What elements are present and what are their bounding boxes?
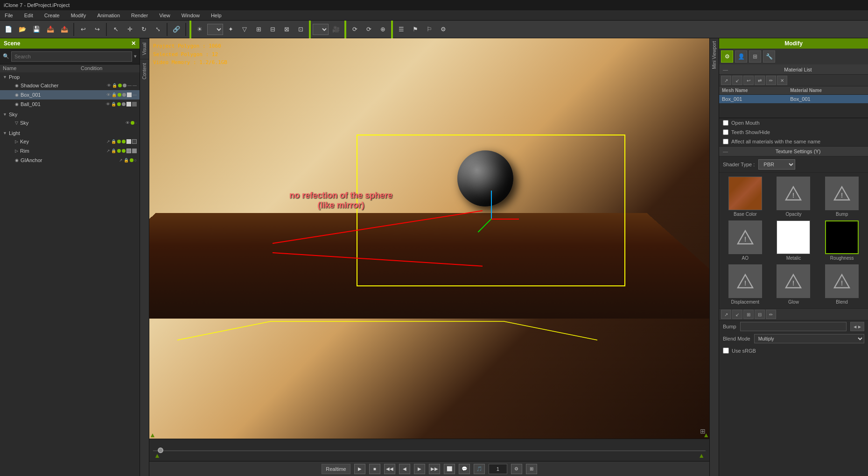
lights-btn[interactable]: ✦ <box>224 23 237 36</box>
tex-tool-3[interactable]: ⊞ <box>743 310 754 319</box>
displacement-thumbnail[interactable]: ! <box>728 264 762 298</box>
ao-thumbnail[interactable]: ! <box>728 220 762 254</box>
tree-group-prop-header[interactable]: ▼ Prop <box>0 73 140 81</box>
blend-mode-dropdown[interactable]: Multiply Normal Add <box>754 334 864 343</box>
mat-tool-export[interactable]: ↗ <box>721 76 731 85</box>
visual-tab[interactable]: Visual <box>140 38 149 59</box>
camera-record[interactable]: 🎥 <box>329 23 343 36</box>
open-button[interactable]: 📂 <box>16 23 29 36</box>
step-next-button[interactable]: ▶ <box>414 464 425 474</box>
modify-tab-gear2[interactable]: 🔧 <box>763 50 775 63</box>
tex-tool-2[interactable]: ↙ <box>732 310 742 319</box>
next-button[interactable]: ▶▶ <box>429 464 440 474</box>
material-btn[interactable]: ▽ <box>238 23 251 36</box>
mat-tool-delete[interactable]: ✕ <box>777 76 787 85</box>
loop-button[interactable]: ⬜ <box>444 464 455 474</box>
tree-group-sky-header[interactable]: ▼ Sky <box>0 111 140 118</box>
menu-edit[interactable]: Edit <box>21 12 36 19</box>
menu-animation[interactable]: Animation <box>94 12 123 19</box>
shader-type-dropdown[interactable]: PBR Standard <box>758 159 795 170</box>
mat-row-box001[interactable]: Box_001 Box_001 <box>719 95 868 104</box>
audio-button[interactable]: 🎵 <box>474 464 485 474</box>
tool-btn1[interactable]: ☰ <box>395 23 408 36</box>
tool-btn4[interactable]: ⚙ <box>437 23 450 36</box>
mat-tool-reload[interactable]: ↩ <box>743 76 754 85</box>
tree-item-gianchor[interactable]: ◉ GIAnchor ↗ 🔒 ○ <box>0 156 140 165</box>
base-color-thumbnail[interactable] <box>728 177 762 210</box>
stop-button[interactable]: ■ <box>369 464 380 474</box>
timeline-track[interactable]: ▲ ▲ <box>149 439 709 461</box>
save-button[interactable]: 💾 <box>30 23 43 36</box>
tree-item-ball001[interactable]: ◉ Ball_001 👁 🔒 <box>0 99 140 109</box>
texture-settings-collapse[interactable]: — <box>723 149 728 154</box>
tex-tool-4[interactable]: ⊟ <box>755 310 765 319</box>
modify-tab-settings[interactable]: ⚙ <box>721 50 733 63</box>
select-button[interactable]: ↖ <box>109 23 122 36</box>
tool-btn3[interactable]: ⚐ <box>423 23 436 36</box>
search-input[interactable] <box>11 51 132 62</box>
material-list-collapse[interactable]: — <box>723 67 728 72</box>
mat-tool-copy[interactable]: ⇄ <box>755 76 765 85</box>
tree-item-key[interactable]: ▷ Key ↗ 🔒 <box>0 137 140 146</box>
teeth-show-checkbox[interactable] <box>723 129 728 135</box>
motion-btn[interactable]: ⟳ <box>362 23 375 36</box>
bump-slider-btn[interactable]: ◄► <box>850 322 864 331</box>
move-button[interactable]: ✛ <box>123 23 136 36</box>
search-options-icon[interactable]: ▾ <box>134 53 137 59</box>
roughness-thumbnail[interactable] <box>825 220 859 254</box>
tex-tool-5[interactable]: ✏ <box>766 310 776 319</box>
metalic-thumbnail[interactable] <box>777 220 810 254</box>
export-button[interactable]: 📤 <box>58 23 71 36</box>
redo-button[interactable]: ↪ <box>91 23 104 36</box>
extra-playback-btn[interactable]: ⊞ <box>526 464 537 474</box>
menu-view[interactable]: View <box>156 12 173 19</box>
blend-thumbnail[interactable]: ! <box>825 264 859 298</box>
mini-viewport-tab[interactable]: Mini Viewport <box>710 38 718 72</box>
render-btn-sm[interactable]: ⊞ <box>252 23 265 36</box>
undo-button[interactable]: ↩ <box>77 23 90 36</box>
bump-thumbnail[interactable]: ! <box>825 177 859 210</box>
viewport[interactable]: no refection of the sphere (like mirror)… <box>149 38 709 439</box>
scale-button[interactable]: ⤡ <box>151 23 164 36</box>
new-button[interactable]: 📄 <box>2 23 15 36</box>
chat-button[interactable]: 💬 <box>459 464 470 474</box>
stage-btn[interactable]: ⟳ <box>348 23 361 36</box>
menu-modify[interactable]: Modify <box>68 12 89 19</box>
tree-item-box001[interactable]: ◉ Box_001 👁 🔒 — <box>0 90 140 99</box>
menu-file[interactable]: File <box>2 12 16 19</box>
step-prev-button[interactable]: ◀ <box>399 464 410 474</box>
use-srgb-checkbox[interactable] <box>723 348 729 354</box>
quality-btn[interactable]: ☀ <box>193 23 206 36</box>
mat-tool-edit[interactable]: ✏ <box>766 76 776 85</box>
tool-btn2[interactable]: ⚑ <box>409 23 422 36</box>
affect-all-checkbox[interactable] <box>723 139 728 144</box>
quality-dropdown[interactable]: High <box>207 24 223 35</box>
rotate-button[interactable]: ↻ <box>137 23 150 36</box>
opacity-thumbnail[interactable]: ! <box>777 177 810 210</box>
content-tab[interactable]: Content <box>140 59 149 83</box>
prev-button[interactable]: ◀◀ <box>384 464 395 474</box>
cam-btn[interactable]: ⊡ <box>294 23 307 36</box>
tree-item-shadow-catcher[interactable]: ◉ Shadow Catcher 👁 🔒 — — <box>0 81 140 90</box>
import-button[interactable]: 📥 <box>44 23 57 36</box>
frame-number-input[interactable] <box>489 464 507 474</box>
bump-value-input[interactable] <box>740 322 847 331</box>
settings-playback-btn[interactable]: ⚙ <box>511 464 522 474</box>
floor-btn[interactable]: ⊠ <box>280 23 293 36</box>
export-btn2[interactable]: ⊕ <box>376 23 389 36</box>
tex-tool-1[interactable]: ↗ <box>721 310 731 319</box>
tree-item-rim[interactable]: ▷ Rim ↗ 🔒 <box>0 146 140 156</box>
grid-btn[interactable]: ⊟ <box>266 23 279 36</box>
menu-help[interactable]: Help <box>208 12 224 19</box>
play-button[interactable]: ▶ <box>354 464 365 474</box>
glow-thumbnail[interactable]: ! <box>777 264 810 298</box>
preview-dropdown[interactable]: Preview <box>313 24 329 35</box>
scene-close-icon[interactable]: ✕ <box>131 40 136 47</box>
menu-window[interactable]: Window <box>179 12 203 19</box>
open-mouth-checkbox[interactable] <box>723 120 728 126</box>
tree-group-light-header[interactable]: ▼ Light <box>0 129 140 137</box>
menu-create[interactable]: Create <box>42 12 63 19</box>
snap-button[interactable]: 🔗 <box>170 23 183 36</box>
mat-tool-import[interactable]: ↙ <box>732 76 742 85</box>
modify-tab-grid[interactable]: ⊞ <box>749 50 761 63</box>
